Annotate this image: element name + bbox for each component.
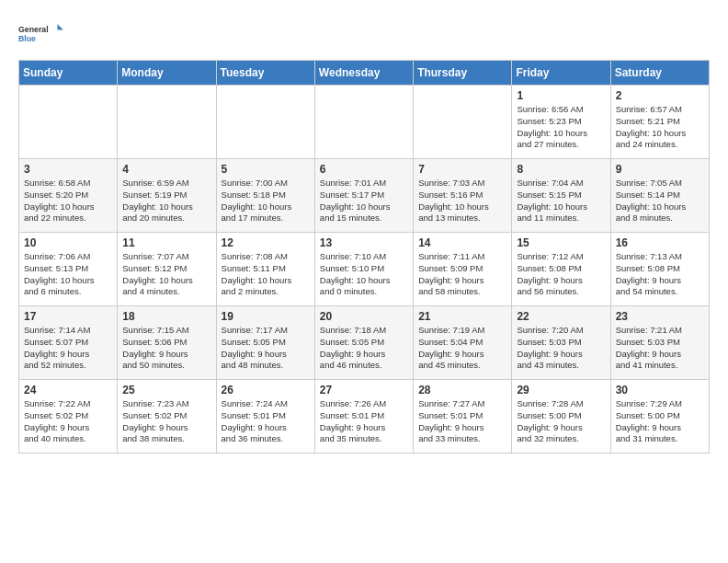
day-info: Sunrise: 6:56 AM Sunset: 5:23 PM Dayligh… (517, 104, 605, 151)
calendar-cell: 21Sunrise: 7:19 AM Sunset: 5:04 PM Dayli… (414, 306, 512, 380)
weekday-header-row: SundayMondayTuesdayWednesdayThursdayFrid… (19, 61, 710, 86)
day-info: Sunrise: 7:03 AM Sunset: 5:16 PM Dayligh… (418, 178, 506, 224)
day-info: Sunrise: 7:13 AM Sunset: 5:08 PM Dayligh… (616, 251, 704, 298)
day-info: Sunrise: 7:12 AM Sunset: 5:08 PM Dayligh… (517, 251, 605, 298)
day-info: Sunrise: 6:57 AM Sunset: 5:21 PM Dayligh… (616, 104, 704, 151)
calendar-cell: 15Sunrise: 7:12 AM Sunset: 5:08 PM Dayli… (512, 233, 610, 306)
day-info: Sunrise: 7:29 AM Sunset: 5:00 PM Dayligh… (616, 398, 704, 445)
day-number: 2 (616, 89, 704, 102)
weekday-header-friday: Friday (512, 61, 610, 86)
day-info: Sunrise: 7:19 AM Sunset: 5:04 PM Dayligh… (418, 325, 506, 372)
day-info: Sunrise: 7:10 AM Sunset: 5:10 PM Dayligh… (320, 251, 408, 298)
calendar-week-3: 10Sunrise: 7:06 AM Sunset: 5:13 PM Dayli… (19, 233, 710, 306)
calendar-cell: 13Sunrise: 7:10 AM Sunset: 5:10 PM Dayli… (314, 233, 413, 306)
day-number: 12 (222, 236, 310, 249)
day-info: Sunrise: 7:14 AM Sunset: 5:07 PM Dayligh… (24, 325, 112, 372)
day-number: 15 (517, 236, 605, 249)
weekday-header-monday: Monday (118, 61, 216, 86)
day-info: Sunrise: 7:23 AM Sunset: 5:02 PM Dayligh… (122, 398, 210, 445)
weekday-header-tuesday: Tuesday (216, 61, 314, 86)
day-info: Sunrise: 7:06 AM Sunset: 5:13 PM Dayligh… (24, 251, 112, 298)
day-number: 18 (122, 310, 210, 323)
calendar-cell: 16Sunrise: 7:13 AM Sunset: 5:08 PM Dayli… (610, 233, 709, 306)
calendar-cell: 27Sunrise: 7:26 AM Sunset: 5:01 PM Dayli… (314, 380, 413, 454)
day-number: 20 (320, 310, 408, 323)
day-number: 30 (616, 384, 704, 396)
day-info: Sunrise: 7:27 AM Sunset: 5:01 PM Dayligh… (418, 398, 506, 445)
day-number: 16 (616, 236, 704, 249)
weekday-header-wednesday: Wednesday (314, 61, 413, 86)
weekday-header-saturday: Saturday (610, 61, 709, 86)
calendar-week-4: 17Sunrise: 7:14 AM Sunset: 5:07 PM Dayli… (19, 306, 710, 380)
day-number: 7 (418, 163, 506, 176)
day-info: Sunrise: 6:58 AM Sunset: 5:20 PM Dayligh… (24, 178, 112, 224)
day-number: 26 (222, 384, 310, 396)
svg-text:General: General (18, 25, 49, 34)
day-info: Sunrise: 7:15 AM Sunset: 5:06 PM Dayligh… (122, 325, 210, 372)
calendar-cell (118, 86, 216, 159)
calendar-cell: 1Sunrise: 6:56 AM Sunset: 5:23 PM Daylig… (512, 86, 610, 159)
day-number: 4 (122, 163, 210, 176)
logo: General Blue (18, 18, 64, 51)
day-info: Sunrise: 6:59 AM Sunset: 5:19 PM Dayligh… (122, 178, 210, 224)
day-number: 5 (222, 163, 310, 176)
calendar-cell: 10Sunrise: 7:06 AM Sunset: 5:13 PM Dayli… (19, 233, 118, 306)
day-number: 17 (24, 310, 112, 323)
day-number: 10 (24, 236, 112, 249)
calendar-cell: 7Sunrise: 7:03 AM Sunset: 5:16 PM Daylig… (414, 159, 512, 233)
calendar-cell (414, 86, 512, 159)
day-info: Sunrise: 7:05 AM Sunset: 5:14 PM Dayligh… (616, 178, 704, 224)
calendar-cell (19, 86, 118, 159)
day-number: 22 (517, 310, 605, 323)
calendar-week-5: 24Sunrise: 7:22 AM Sunset: 5:02 PM Dayli… (19, 380, 710, 454)
day-info: Sunrise: 7:20 AM Sunset: 5:03 PM Dayligh… (517, 325, 605, 372)
day-number: 13 (320, 236, 408, 249)
calendar-cell: 4Sunrise: 6:59 AM Sunset: 5:19 PM Daylig… (118, 159, 216, 233)
logo-svg: General Blue (18, 18, 64, 51)
day-number: 6 (320, 163, 408, 176)
day-number: 28 (418, 384, 506, 396)
day-number: 24 (24, 384, 112, 396)
calendar-cell: 23Sunrise: 7:21 AM Sunset: 5:03 PM Dayli… (610, 306, 709, 380)
day-number: 1 (517, 89, 605, 102)
day-info: Sunrise: 7:28 AM Sunset: 5:00 PM Dayligh… (517, 398, 605, 445)
day-number: 14 (418, 236, 506, 249)
calendar-cell: 18Sunrise: 7:15 AM Sunset: 5:06 PM Dayli… (118, 306, 216, 380)
day-number: 27 (320, 384, 408, 396)
day-info: Sunrise: 7:17 AM Sunset: 5:05 PM Dayligh… (222, 325, 310, 372)
calendar-cell: 29Sunrise: 7:28 AM Sunset: 5:00 PM Dayli… (512, 380, 610, 454)
calendar-cell: 8Sunrise: 7:04 AM Sunset: 5:15 PM Daylig… (512, 159, 610, 233)
svg-marker-2 (58, 24, 63, 29)
day-number: 9 (616, 163, 704, 176)
weekday-header-sunday: Sunday (19, 61, 118, 86)
day-number: 11 (122, 236, 210, 249)
calendar-cell: 2Sunrise: 6:57 AM Sunset: 5:21 PM Daylig… (610, 86, 709, 159)
calendar-week-2: 3Sunrise: 6:58 AM Sunset: 5:20 PM Daylig… (19, 159, 710, 233)
calendar-cell: 17Sunrise: 7:14 AM Sunset: 5:07 PM Dayli… (19, 306, 118, 380)
calendar-cell: 26Sunrise: 7:24 AM Sunset: 5:01 PM Dayli… (216, 380, 314, 454)
day-number: 8 (517, 163, 605, 176)
calendar-cell: 5Sunrise: 7:00 AM Sunset: 5:18 PM Daylig… (216, 159, 314, 233)
svg-text:Blue: Blue (18, 34, 36, 43)
day-info: Sunrise: 7:22 AM Sunset: 5:02 PM Dayligh… (24, 398, 112, 445)
day-info: Sunrise: 7:11 AM Sunset: 5:09 PM Dayligh… (418, 251, 506, 298)
weekday-header-thursday: Thursday (414, 61, 512, 86)
day-info: Sunrise: 7:07 AM Sunset: 5:12 PM Dayligh… (122, 251, 210, 298)
day-info: Sunrise: 7:00 AM Sunset: 5:18 PM Dayligh… (222, 178, 310, 224)
page-header: General Blue (18, 18, 710, 51)
calendar-cell: 30Sunrise: 7:29 AM Sunset: 5:00 PM Dayli… (610, 380, 709, 454)
day-info: Sunrise: 7:26 AM Sunset: 5:01 PM Dayligh… (320, 398, 408, 445)
calendar-week-1: 1Sunrise: 6:56 AM Sunset: 5:23 PM Daylig… (19, 86, 710, 159)
calendar-cell: 6Sunrise: 7:01 AM Sunset: 5:17 PM Daylig… (314, 159, 413, 233)
day-info: Sunrise: 7:24 AM Sunset: 5:01 PM Dayligh… (222, 398, 310, 445)
day-number: 19 (222, 310, 310, 323)
calendar-cell: 20Sunrise: 7:18 AM Sunset: 5:05 PM Dayli… (314, 306, 413, 380)
calendar-cell (216, 86, 314, 159)
calendar-cell (314, 86, 413, 159)
calendar-cell: 11Sunrise: 7:07 AM Sunset: 5:12 PM Dayli… (118, 233, 216, 306)
calendar-cell: 25Sunrise: 7:23 AM Sunset: 5:02 PM Dayli… (118, 380, 216, 454)
day-number: 29 (517, 384, 605, 396)
day-info: Sunrise: 7:18 AM Sunset: 5:05 PM Dayligh… (320, 325, 408, 372)
calendar-cell: 28Sunrise: 7:27 AM Sunset: 5:01 PM Dayli… (414, 380, 512, 454)
day-number: 21 (418, 310, 506, 323)
